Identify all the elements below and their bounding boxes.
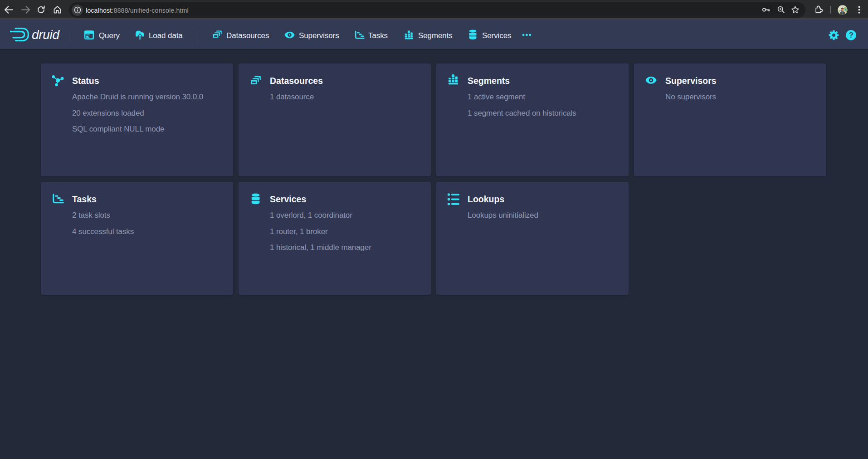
svg-text:?: ?: [849, 31, 853, 39]
